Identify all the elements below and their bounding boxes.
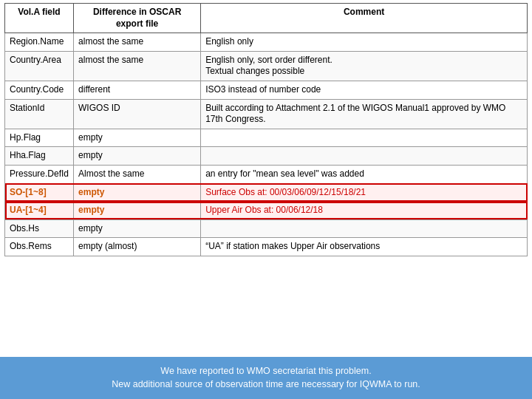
cell-difference: almost the same xyxy=(74,33,201,52)
cell-field: Obs.Rems xyxy=(5,238,74,256)
table-body: Region.Namealmost the sameEnglish onlyCo… xyxy=(5,33,528,256)
cell-difference: WIGOS ID xyxy=(74,99,201,129)
cell-difference: different xyxy=(74,81,201,99)
table-row: Pressure.DefIdAlmost the samean entry fo… xyxy=(5,165,528,183)
table-row: Country.CodedifferentISO3 instead of num… xyxy=(5,81,528,99)
table-row: SO-[1~8]emptySurface Obs at: 00/03/06/09… xyxy=(5,183,528,202)
cell-comment: English only, sort order different. Text… xyxy=(201,51,528,81)
cell-comment: ISO3 instead of number code xyxy=(201,81,528,99)
col-header-comment: Comment xyxy=(201,4,528,33)
table-wrapper: Vol.A field Difference in OSCAR export f… xyxy=(0,0,532,357)
table-row: Obs.Remsempty (almost)“UA” if station ma… xyxy=(5,238,528,256)
footer-line1: We have reported to WMO secretariat this… xyxy=(6,364,526,378)
cell-field: StationId xyxy=(5,99,74,129)
footer-bar: We have reported to WMO secretariat this… xyxy=(0,357,532,400)
cell-field: Hp.Flag xyxy=(5,129,74,147)
cell-field: SO-[1~8] xyxy=(5,183,74,202)
cell-difference: empty xyxy=(74,219,201,238)
cell-difference: empty xyxy=(74,202,201,220)
comparison-table: Vol.A field Difference in OSCAR export f… xyxy=(4,3,528,256)
table-row: StationIdWIGOS IDBuilt according to Atta… xyxy=(5,99,528,129)
table-row: UA-[1~4]emptyUpper Air Obs at: 00/06/12/… xyxy=(5,202,528,220)
col-header-difference: Difference in OSCAR export file xyxy=(74,4,201,33)
col-header-field: Vol.A field xyxy=(5,4,74,33)
cell-comment xyxy=(201,147,528,166)
table-header-row: Vol.A field Difference in OSCAR export f… xyxy=(5,4,528,33)
table-row: Hha.Flagempty xyxy=(5,147,528,166)
cell-difference: empty xyxy=(74,129,201,147)
cell-difference: almost the same xyxy=(74,51,201,81)
table-row: Hp.Flagempty xyxy=(5,129,528,147)
cell-field: Hha.Flag xyxy=(5,147,74,166)
table-row: Country.Areaalmost the sameEnglish only,… xyxy=(5,51,528,81)
cell-comment: “UA” if station makes Upper Air observat… xyxy=(201,238,528,256)
cell-comment: an entry for "mean sea level" was added xyxy=(201,165,528,183)
cell-comment: Surface Obs at: 00/03/06/09/12/15/18/21 xyxy=(201,183,528,202)
cell-difference: empty xyxy=(74,183,201,202)
cell-difference: Almost the same xyxy=(74,165,201,183)
cell-field: Pressure.DefId xyxy=(5,165,74,183)
cell-field: UA-[1~4] xyxy=(5,202,74,220)
cell-comment: English only xyxy=(201,33,528,52)
cell-field: Region.Name xyxy=(5,33,74,52)
cell-comment xyxy=(201,219,528,238)
cell-field: Obs.Hs xyxy=(5,219,74,238)
table-row: Region.Namealmost the sameEnglish only xyxy=(5,33,528,52)
table-row: Obs.Hsempty xyxy=(5,219,528,238)
footer-line2: New additional source of observation tim… xyxy=(6,378,526,392)
main-container: Vol.A field Difference in OSCAR export f… xyxy=(0,0,532,399)
cell-field: Country.Area xyxy=(5,51,74,81)
cell-comment: Upper Air Obs at: 00/06/12/18 xyxy=(201,202,528,220)
cell-difference: empty xyxy=(74,147,201,166)
cell-difference: empty (almost) xyxy=(74,238,201,256)
cell-comment xyxy=(201,129,528,147)
cell-comment: Built according to Attachment 2.1 of the… xyxy=(201,99,528,129)
cell-field: Country.Code xyxy=(5,81,74,99)
